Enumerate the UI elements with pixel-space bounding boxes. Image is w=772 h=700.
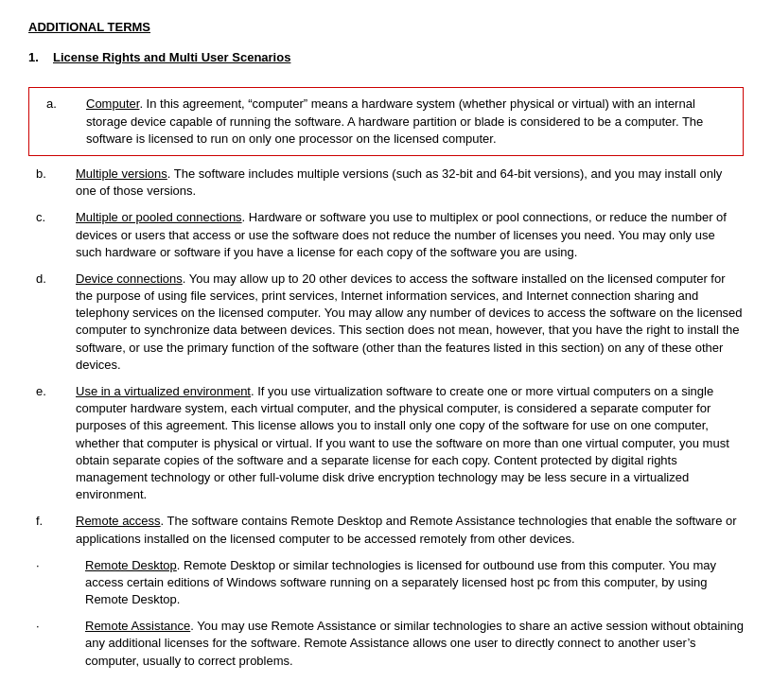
section-title: License Rights and Multi User Scenarios xyxy=(53,49,290,66)
para-f-term: Remote access xyxy=(76,514,161,528)
para-d-text: . You may allow up to 20 other devices t… xyxy=(76,271,743,372)
para-b-label: b. xyxy=(28,166,76,200)
para-e-text: . If you use virtualization software to … xyxy=(76,384,729,501)
main-title: ADDITIONAL TERMS xyxy=(28,19,744,36)
para-c-term: Multiple or pooled connections xyxy=(76,210,242,224)
para-a-term: Computer xyxy=(86,96,139,111)
bullet1-term: Remote Desktop xyxy=(85,558,177,572)
bullet2-content: Remote Assistance. You may use Remote As… xyxy=(85,618,744,670)
para-e-label: e. xyxy=(28,383,76,503)
para-d-content: Device connections. You may allow up to … xyxy=(76,271,744,374)
para-c-content: Multiple or pooled connections. Hardware… xyxy=(76,209,744,261)
para-b-term: Multiple versions xyxy=(76,166,167,181)
bullet2-term: Remote Assistance xyxy=(85,619,190,633)
para-a-text: . In this agreement, “computer” means a … xyxy=(86,96,703,145)
para-d-label: d. xyxy=(28,271,76,374)
para-f-content: Remote access. The software contains Rem… xyxy=(76,513,744,547)
bullet1-text: . Remote Desktop or similar technologies… xyxy=(85,558,716,606)
para-f-label: f. xyxy=(28,513,76,547)
para-a-content: Computer. In this agreement, “computer” … xyxy=(86,96,733,148)
bullet2-label: · xyxy=(28,618,85,670)
para-d-term: Device connections xyxy=(76,271,183,286)
para-b-text: . The software includes multiple version… xyxy=(76,166,722,198)
para-e-term: Use in a virtualized environment xyxy=(76,384,251,398)
para-a-label: a. xyxy=(39,96,86,148)
para-e-content: Use in a virtualized environment. If you… xyxy=(76,383,744,503)
bullet1-label: · xyxy=(28,557,85,609)
bullet1-content: Remote Desktop. Remote Desktop or simila… xyxy=(85,557,744,609)
section-number: 1. xyxy=(28,49,45,76)
para-b-content: Multiple versions. The software includes… xyxy=(76,166,744,200)
para-f-text: . The software contains Remote Desktop a… xyxy=(76,514,737,545)
para-c-label: c. xyxy=(28,209,76,261)
